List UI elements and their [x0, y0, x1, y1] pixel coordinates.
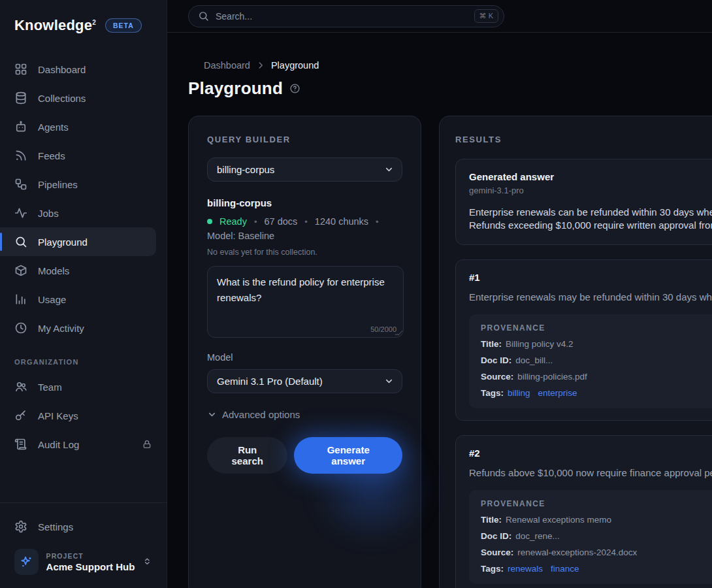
sidebar-item-label: Agents — [38, 122, 69, 133]
sidebar-item-api-keys[interactable]: API Keys — [0, 401, 167, 430]
help-circle-icon[interactable] — [289, 83, 300, 94]
grid-icon — [14, 63, 27, 76]
tag-link[interactable]: enterprise — [538, 388, 577, 398]
sidebar-item-label: Models — [38, 265, 69, 276]
sidebar-item-label: API Keys — [38, 410, 78, 421]
provenance-title-row: Title:Renewal exceptions memo — [481, 515, 712, 525]
keyboard-shortcut-badge: ⌘ K — [474, 9, 498, 23]
collection-name: billing-corpus — [207, 197, 402, 208]
sidebar-item-label: Jobs — [38, 208, 59, 219]
chevron-down-icon — [207, 410, 217, 419]
sidebar-item-team[interactable]: Team — [0, 372, 167, 401]
provenance-tags-label: Tags: — [481, 388, 504, 398]
provenance-docid-label: Doc ID: — [481, 355, 511, 365]
global-search[interactable]: ⌘ K — [188, 5, 504, 27]
gear-icon — [14, 520, 27, 533]
run-search-button[interactable]: Run search — [207, 437, 287, 474]
scroll-icon — [14, 438, 27, 451]
provenance-docid-row: Doc ID:doc_bill... — [481, 355, 712, 365]
model-select[interactable]: Gemini 3.1 Pro (Default) — [207, 369, 402, 393]
users-icon — [14, 380, 27, 393]
sidebar-nav: Dashboard Collections Agents Feeds Pipel… — [0, 55, 167, 459]
project-switcher[interactable]: PROJECT Acme Support Hub — [0, 541, 167, 578]
organization-section-label: ORGANIZATION — [0, 342, 167, 372]
provenance-docid-label: Doc ID: — [481, 531, 511, 541]
page-content: Dashboard Playground Playground QUERY BU… — [167, 33, 712, 588]
sidebar-item-audit-log[interactable]: Audit Log — [0, 430, 167, 459]
results-panel: RESULTS Generated answer gemini-3.1-pro … — [439, 116, 712, 588]
title-row: Playground — [188, 78, 712, 99]
beta-badge: BETA — [105, 18, 142, 33]
chevron-down-icon — [384, 165, 394, 174]
provenance-title-value: Billing policy v4.2 — [506, 339, 574, 349]
result-rank: #2 — [469, 448, 712, 459]
collection-status: Ready • 67 docs • 1240 chunks • Model: B… — [207, 216, 403, 241]
search-icon — [198, 10, 209, 22]
sidebar-item-label: Usage — [38, 294, 66, 305]
provenance-source-label: Source: — [481, 372, 513, 382]
provenance-box: PROVENANCE Title:Billing policy v4.2 Doc… — [469, 314, 712, 408]
sparkles-icon — [14, 549, 39, 575]
results-heading: RESULTS — [455, 135, 712, 144]
clock-icon — [14, 321, 27, 335]
sidebar-item-label: Feeds — [38, 150, 65, 161]
result-snippet: Enterprise renewals may be refunded with… — [469, 291, 712, 304]
top-bar: ⌘ K — [167, 0, 712, 33]
model-field-label: Model — [207, 352, 402, 363]
provenance-source-row: Source:renewal-exceptions-2024.docx — [481, 547, 712, 557]
provenance-source-row: Source:billing-policies.pdf — [481, 372, 712, 382]
sidebar-item-models[interactable]: Models — [0, 256, 167, 285]
sidebar-item-usage[interactable]: Usage — [0, 285, 167, 314]
sidebar-item-feeds[interactable]: Feeds — [0, 141, 167, 170]
collection-model: Model: Baseline — [207, 231, 274, 241]
sidebar: Knowledge2 BETA Dashboard Collections Ag… — [0, 0, 167, 588]
database-icon — [14, 91, 27, 105]
sidebar-item-collections[interactable]: Collections — [0, 84, 167, 112]
breadcrumb-dashboard[interactable]: Dashboard — [204, 60, 250, 71]
project-name: Acme Support Hub — [46, 561, 135, 572]
chunks-count: 1240 chunks — [315, 216, 368, 227]
result-card-1: #1 Enterprise renewals may be refunded w… — [455, 259, 712, 421]
button-glow — [287, 410, 457, 567]
status-ready: Ready — [219, 216, 247, 227]
sidebar-item-agents[interactable]: Agents — [0, 112, 167, 141]
breadcrumb-playground: Playground — [271, 60, 319, 71]
sidebar-item-settings[interactable]: Settings — [0, 512, 167, 541]
provenance-tags-row: Tags:renewalsfinance — [481, 564, 712, 574]
status-dot — [207, 219, 212, 224]
advanced-options-toggle[interactable]: Advanced options — [207, 409, 402, 420]
sidebar-item-playground[interactable]: Playground — [0, 227, 156, 256]
tag-link[interactable]: renewals — [508, 564, 543, 574]
page-title: Playground — [188, 78, 283, 99]
breadcrumb: Dashboard Playground — [204, 60, 712, 71]
brand-superscript: 2 — [92, 19, 96, 26]
provenance-docid-value: doc_bill... — [515, 355, 553, 365]
provenance-title-label: Title: — [481, 339, 502, 349]
project-meta: PROJECT Acme Support Hub — [46, 552, 135, 572]
sidebar-item-dashboard[interactable]: Dashboard — [0, 55, 167, 84]
provenance-source-value: renewal-exceptions-2024.docx — [517, 547, 637, 557]
sidebar-item-label: My Activity — [38, 323, 84, 334]
tag-link[interactable]: billing — [508, 388, 530, 398]
generate-answer-button[interactable]: Generate answer — [294, 437, 402, 474]
collection-select[interactable]: billing-corpus — [207, 157, 402, 182]
chevrons-up-down-icon[interactable] — [142, 557, 152, 567]
sidebar-item-my-activity[interactable]: My Activity — [0, 314, 167, 342]
workflow-icon — [14, 178, 27, 191]
char-counter: 50/2000 — [370, 325, 396, 333]
provenance-tags-row: Tags:billingenterprise — [481, 388, 712, 398]
sidebar-item-label: Pipelines — [38, 179, 78, 190]
sidebar-item-jobs[interactable]: Jobs — [0, 199, 167, 227]
bullet-separator: • — [304, 217, 308, 227]
brand: Knowledge2 BETA — [0, 0, 167, 41]
provenance-heading: PROVENANCE — [481, 499, 712, 508]
search-input[interactable] — [216, 11, 468, 22]
chevron-right-icon — [256, 61, 265, 70]
tag-link[interactable]: finance — [551, 564, 579, 574]
query-input-wrapper: What is the refund policy for enterprise… — [207, 266, 404, 338]
sidebar-item-label: Audit Log — [38, 439, 79, 450]
brand-logo: Knowledge2 — [14, 17, 96, 34]
sidebar-footer: Settings PROJECT Acme Support Hub — [0, 502, 167, 588]
rss-icon — [14, 149, 27, 162]
sidebar-item-pipelines[interactable]: Pipelines — [0, 170, 167, 199]
